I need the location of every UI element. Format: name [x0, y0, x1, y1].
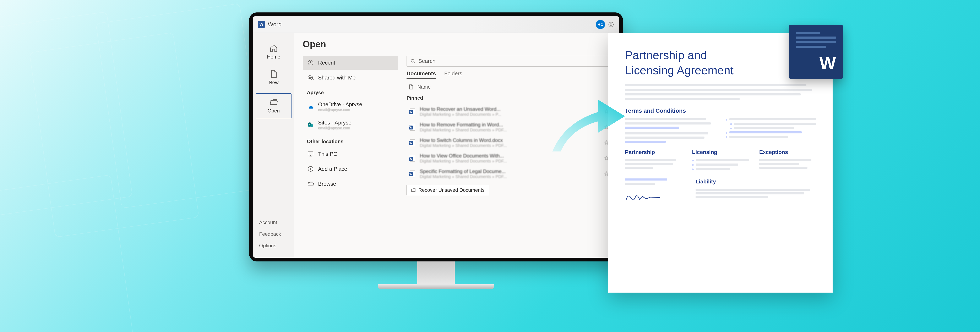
- new-doc-icon: [269, 70, 278, 78]
- source-sites[interactable]: S Sites - Apryseemail@apryse.com: [303, 116, 398, 133]
- word-doc-icon: W: [408, 123, 416, 131]
- home-icon: [269, 44, 278, 52]
- col-licensing: Licensing: [692, 149, 749, 156]
- side-nav: Home New Open Account Feedback Options: [253, 33, 294, 258]
- svg-point-2: [612, 24, 612, 24]
- word-doc-icon: W: [408, 154, 416, 162]
- source-browse[interactable]: Browse: [303, 177, 398, 191]
- source-shared[interactable]: Shared with Me: [303, 71, 398, 85]
- search-icon: [410, 59, 415, 64]
- tab-folders[interactable]: Folders: [444, 70, 462, 79]
- file-icon: [408, 84, 414, 90]
- nav-open[interactable]: Open: [256, 94, 291, 118]
- file-row[interactable]: WSpecific Formatting of Legal Docume...D…: [407, 166, 611, 181]
- document-title: Partnership andLicensing Agreement: [625, 48, 816, 78]
- svg-text:W: W: [409, 157, 412, 160]
- folder-open-icon: [269, 98, 278, 106]
- group-apryse: Apryse: [303, 86, 398, 97]
- sources-list: Recent Shared with Me Apryse OneDrive - …: [303, 56, 398, 251]
- tab-documents[interactable]: Documents: [407, 70, 436, 79]
- recover-unsaved-button[interactable]: Recover Unsaved Documents: [407, 185, 489, 195]
- titlebar: W Word RC: [253, 16, 619, 33]
- recover-icon: [411, 187, 416, 192]
- monitor-frame: W Word RC Home New: [249, 13, 623, 299]
- word-doc-icon: W: [408, 108, 416, 116]
- svg-text:W: W: [409, 141, 412, 145]
- svg-point-0: [609, 22, 614, 27]
- browse-folder-icon: [307, 180, 314, 187]
- word-doc-icon: W: [408, 139, 416, 147]
- source-onedrive[interactable]: OneDrive - Apryseemail@apryse.com: [303, 98, 398, 115]
- col-partnership: Partnership: [625, 149, 682, 156]
- pc-icon: [307, 150, 314, 158]
- user-avatar[interactable]: RC: [596, 20, 605, 29]
- svg-rect-10: [308, 152, 313, 155]
- group-other: Other locations: [303, 135, 398, 146]
- nav-new[interactable]: New: [253, 65, 294, 91]
- search-input[interactable]: Search: [407, 56, 611, 67]
- source-recent[interactable]: Recent: [303, 56, 398, 70]
- document-preview: W Partnership andLicensing Agreement Ter…: [608, 33, 833, 292]
- svg-point-4: [309, 75, 311, 78]
- word-doc-icon: W: [408, 170, 416, 178]
- svg-point-5: [311, 76, 313, 78]
- svg-text:W: W: [409, 126, 412, 129]
- signature: [625, 191, 685, 204]
- arrow-graphic: [548, 85, 627, 156]
- word-app-icon: W: [258, 21, 265, 28]
- svg-point-12: [411, 59, 414, 62]
- svg-point-1: [610, 24, 611, 24]
- onedrive-icon: [307, 103, 314, 110]
- people-icon: [307, 74, 314, 81]
- page-title: Open: [303, 39, 611, 49]
- nav-options[interactable]: Options: [253, 240, 294, 251]
- col-exceptions: Exceptions: [759, 149, 816, 156]
- svg-text:W: W: [409, 172, 412, 176]
- section-terms: Terms and Conditions: [625, 108, 816, 114]
- nav-feedback[interactable]: Feedback: [253, 228, 294, 240]
- sharepoint-icon: S: [307, 121, 314, 129]
- col-liability: Liability: [695, 178, 816, 185]
- word-tile-icon: W: [789, 25, 843, 79]
- svg-text:W: W: [409, 110, 412, 113]
- nav-home[interactable]: Home: [253, 39, 294, 65]
- emoji-icon[interactable]: [608, 21, 614, 28]
- source-addplace[interactable]: Add a Place: [303, 162, 398, 176]
- source-thispc[interactable]: This PC: [303, 147, 398, 161]
- clock-icon: [307, 59, 314, 67]
- add-place-icon: [307, 165, 314, 173]
- app-title: Word: [268, 21, 282, 28]
- svg-text:S: S: [309, 124, 310, 126]
- nav-account[interactable]: Account: [253, 217, 294, 228]
